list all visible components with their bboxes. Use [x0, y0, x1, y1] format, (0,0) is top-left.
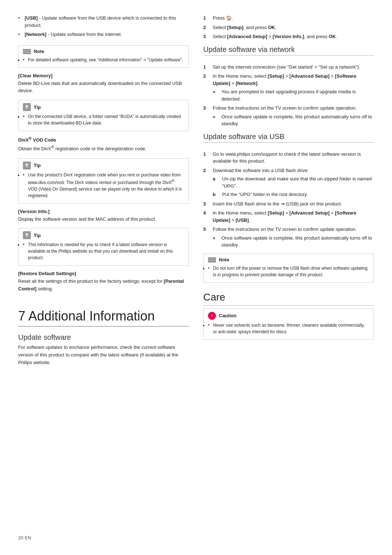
tip-2-content: Use this product's DivX registration cod… [23, 172, 184, 199]
network-step-3-block: 3 Follow the instructions on the TV scre… [203, 105, 374, 127]
update-usb-steps: 1 Go to www.philips.com/support to check… [203, 151, 374, 249]
svg-rect-0 [23, 51, 31, 52]
note-icon [23, 49, 31, 54]
update-network-heading-section: Update software via network [203, 45, 374, 56]
tip-2-item: Use this product's DivX registration cod… [23, 172, 184, 199]
usb-step-5: 5 Follow the instructions on the TV scre… [203, 226, 374, 233]
bullet-network: [Network] - Update software from the int… [18, 31, 189, 38]
svg-rect-14 [208, 261, 216, 262]
clear-memory-label: [Clear Memory] [18, 73, 189, 78]
divx-vod-section: DivX® VOD Code Obtain the DivX® registra… [18, 136, 189, 153]
chapter-number: 7 [18, 309, 25, 323]
note-label: Note [34, 49, 44, 54]
tip-1-content: On the connected USB device, a folder na… [23, 113, 184, 126]
tip-box-3-header: Tip [23, 231, 184, 239]
tip-3-item: This information is needed for you to ch… [23, 241, 184, 261]
update-usb-heading-section: Update software via USB [203, 132, 374, 143]
usb-step-2a: a Un-zip the download, and make sure tha… [203, 175, 374, 189]
chapter-name: Additional Information [28, 309, 155, 323]
update-software-heading: Update software [18, 333, 189, 342]
check-version-steps: 1 Press 🏠. 2 Select [Setup], and press O… [203, 15, 374, 40]
network-step-3: 3 Follow the instructions on the TV scre… [203, 105, 374, 112]
intro-bullets: [USB] - Update software from the USB dev… [18, 15, 189, 40]
note-box-right: Note Do not turn off the power or remove… [203, 254, 374, 283]
tip-box-2-header: Tip [23, 162, 184, 170]
step-check-2: 2 Select [Setup], and press OK. [203, 24, 374, 31]
right-column: 1 Press 🏠. 2 Select [Setup], and press O… [203, 15, 374, 540]
chapter-heading: 7 Additional Information [18, 305, 189, 328]
tip-icon-1 [23, 103, 31, 111]
tip-3-content: This information is needed for you to ch… [23, 241, 184, 261]
tip-2-label: Tip [34, 163, 41, 168]
tip-box-1-header: Tip [23, 103, 184, 111]
usb-step-5-block: 5 Follow the instructions on the TV scre… [203, 226, 374, 249]
usb-step-2-block: 2 Download the software into a USB flash… [203, 167, 374, 198]
update-usb-heading: Update software via USB [203, 132, 374, 141]
svg-rect-2 [23, 53, 31, 54]
note-content: For detailed software updating, see "Add… [23, 57, 184, 63]
caution-content: Never use solvents such as benzene, thin… [208, 322, 369, 335]
note-right-label: Note [219, 257, 229, 262]
tip-box-3: Tip This information is needed for you t… [18, 228, 189, 266]
usb-step-5-remark: » Once software update is complete, this… [203, 234, 374, 249]
tip-box-1: Tip On the connected USB device, a folde… [18, 100, 189, 131]
note-right-item: Do not turn off the power or remove the … [208, 265, 369, 278]
tip-icon-3 [23, 231, 31, 239]
version-info-body: Display the software version and the MAC… [18, 216, 189, 223]
chapter-title: 7 Additional Information [18, 308, 189, 327]
note-icon-right [208, 257, 216, 263]
svg-rect-13 [208, 257, 216, 259]
divx-vod-body: Obtain the DivX® registration code or th… [18, 144, 189, 153]
update-software-section: Update software For software updates to … [18, 333, 189, 366]
caution-label: Caution [219, 313, 236, 318]
left-column: [USB] - Update software from the USB dev… [18, 15, 189, 540]
clear-memory-section: [Clear Memory] Delete BD-Live data that … [18, 73, 189, 95]
usb-step-2: 2 Download the software into a USB flash… [203, 167, 374, 174]
usb-step-4: 4 In the Home menu, select [Setup] > [Ad… [203, 209, 374, 224]
usb-step-1: 1 Go to www.philips.com/support to check… [203, 151, 374, 165]
network-step-2-remark: » You are prompted to start upgrading pr… [203, 88, 374, 102]
note-item-1: For detailed software updating, see "Add… [23, 57, 184, 63]
usb-step-2b: b Put the "UPG" folder in the root direc… [203, 191, 374, 198]
update-network-heading: Update software via network [203, 45, 374, 54]
note-box-right-header: Note [208, 257, 369, 263]
svg-rect-12 [208, 259, 216, 261]
clear-memory-body: Delete BD-Live data that are automatical… [18, 80, 189, 95]
version-info-section: [Version Info.] Display the software ver… [18, 209, 189, 223]
caution-icon: ! [208, 312, 216, 320]
page: [USB] - Update software from the USB dev… [0, 0, 392, 555]
care-section: Care ! Caution Never use solvents such a… [203, 288, 374, 340]
bullet-usb: [USB] - Update software from the USB dev… [18, 15, 189, 29]
network-step-1: 1 Set up the internet connection (see "G… [203, 64, 374, 71]
caution-box: ! Caution Never use solvents such as ben… [203, 309, 374, 340]
note-box-header: Note [23, 49, 184, 54]
restore-defaults-label: [Restore Default Settings] [18, 271, 189, 276]
care-heading: Care [203, 291, 374, 306]
version-info-label: [Version Info.] [18, 209, 189, 214]
restore-defaults-section: [Restore Default Settings] Reset all the… [18, 271, 189, 293]
tip-icon-2 [23, 162, 31, 170]
update-software-body: For software updates to enchance perform… [18, 344, 189, 366]
tip-3-label: Tip [34, 233, 41, 238]
svg-text:!: ! [211, 314, 213, 318]
network-step-3-remark: » Once software update is complete, this… [203, 113, 374, 127]
step-check-3: 3 Select [Advanced Setup] > [Version Inf… [203, 33, 374, 40]
caution-item: Never use solvents such as benzene, thin… [208, 322, 369, 335]
note-box-top: Note For detailed software updating, see… [18, 45, 189, 68]
restore-defaults-body: Reset all the settings of this product t… [18, 278, 189, 293]
caution-box-header: ! Caution [208, 312, 369, 320]
divx-vod-label: DivX® VOD Code [18, 136, 189, 143]
network-step-2-block: 2 In the Home menu, select [Setup] > [Ad… [203, 73, 374, 102]
svg-rect-1 [23, 49, 31, 50]
update-network-steps: 1 Set up the internet connection (see "G… [203, 64, 374, 127]
usb-step-3: 3 Insert the USB flash drive to the ⇥ (U… [203, 200, 374, 208]
tip-1-label: Tip [34, 105, 41, 110]
tip-box-2: Tip Use this product's DivX registration… [18, 158, 189, 204]
page-number: 20 EN [18, 535, 189, 540]
note-right-content: Do not turn off the power or remove the … [208, 265, 369, 278]
tip-1-item: On the connected USB device, a folder na… [23, 113, 184, 126]
network-step-2: 2 In the Home menu, select [Setup] > [Ad… [203, 73, 374, 87]
step-check-1: 1 Press 🏠. [203, 15, 374, 22]
